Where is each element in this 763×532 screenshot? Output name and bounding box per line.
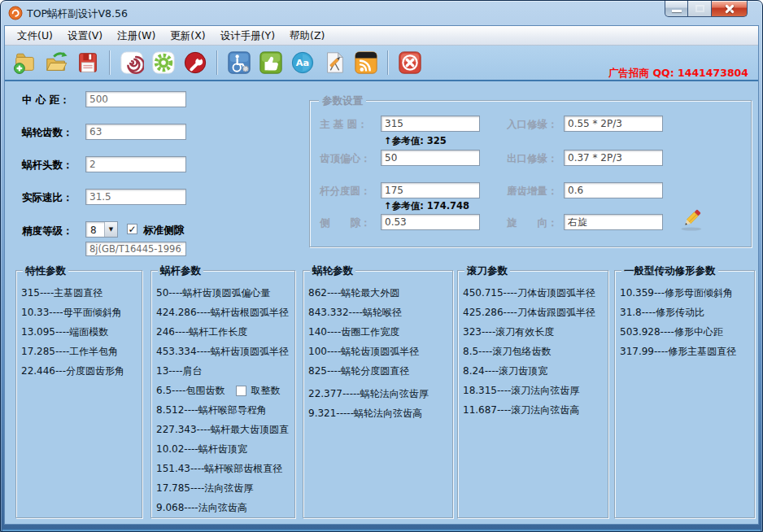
worm-starts-label: 蜗杆头数： (22, 159, 73, 172)
param-line: 8.24----滚刀齿顶宽 (463, 361, 605, 381)
thumbs-up-button[interactable] (258, 50, 284, 76)
param-line: 227.343----蜗杆最大齿顶圆直 (156, 420, 292, 439)
hob-params-panel: 滚刀参数 450.715----刀体齿顶圆弧半径 425.286----刀体齿跟… (457, 270, 608, 518)
pitch-circle-ref-value: ↑参考值: 174.748 (384, 200, 469, 212)
param-line: 10.33----母平面倾斜角 (21, 303, 139, 322)
wheel-params-title: 蜗轮参数 (310, 264, 355, 278)
toolbar-separator (216, 50, 218, 75)
entry-relief-label: 入口修缘： (507, 118, 558, 132)
maximize-icon (695, 5, 704, 12)
param-line-with-checkbox: 6.5----包围齿数 取整数 (156, 381, 292, 400)
worm-spiral-button[interactable] (119, 50, 145, 76)
param-line: 8.5----滚刀包络齿数 (463, 342, 605, 361)
worm-pitch-circle-label: 杆分度圆： (320, 185, 371, 198)
param-line: 323----滚刀有效长度 (463, 322, 605, 342)
edit-pencil-icon[interactable] (678, 203, 707, 233)
minimize-button[interactable] (665, 1, 688, 17)
save-icon (76, 50, 100, 75)
wheel-params-panel: 蜗轮参数 862----蜗轮最大外圆 843.332----蜗轮喉径 140--… (303, 270, 453, 518)
precision-grade-label: 精度等级： (22, 225, 73, 238)
menu-help[interactable]: 帮助(Z) (282, 27, 332, 45)
param-line: 13----肩台 (156, 361, 292, 381)
font-aa-icon: Aa (290, 50, 315, 75)
modification-params-panel: 一般型传动修形参数 10.359---修形母面倾斜角 31.8----修形传动比… (614, 270, 755, 518)
backlash-input[interactable] (381, 214, 480, 230)
actual-ratio-input[interactable] (85, 189, 186, 205)
tip-eccentricity-label: 齿顶偏心： (320, 152, 371, 166)
toolbar-separator (109, 50, 111, 75)
worm-pitch-circle-input[interactable] (381, 182, 480, 198)
maximize-button[interactable] (688, 1, 712, 17)
precision-grade-value: 8 (86, 222, 104, 237)
param-line: 9.068----法向弦齿高 (156, 498, 292, 517)
param-settings-group: 参数设置 主 基 圆： ↑参考值: 325 齿顶偏心： 杆分度圆： ↑参考值: … (309, 100, 752, 247)
param-line: 31.8----修形传动比 (620, 303, 752, 322)
close-button[interactable] (712, 1, 748, 17)
param-line: 18.315----滚刀法向弦齿厚 (463, 381, 605, 400)
param-line: 424.286----蜗杆齿根圆弧半径 (156, 303, 292, 322)
app-logo-icon (8, 6, 23, 20)
minimize-icon (672, 10, 682, 12)
param-line: 425.286----刀体齿跟圆弧半径 (463, 303, 605, 322)
exit-icon (398, 50, 422, 75)
rss-icon (354, 50, 378, 75)
grinding-increment-label: 磨齿增量： (507, 185, 558, 198)
main-base-circle-label: 主 基 圆： (320, 118, 368, 132)
gear-icon (151, 50, 176, 75)
menu-design-manual[interactable]: 设计手册(Y) (213, 27, 282, 45)
font-button[interactable]: Aa (290, 50, 316, 76)
param-line: 843.332----蜗轮喉径 (308, 303, 450, 322)
param-line: 151.43----蜗杆喉部齿根直径 (156, 459, 292, 478)
standard-backlash-label: 标准侧隙 (143, 224, 184, 238)
worm-params-panel: 蜗杆参数 50----蜗杆齿顶圆弧偏心量 424.286----蜗杆齿根圆弧半径… (150, 270, 295, 518)
wheel-teeth-input[interactable] (85, 124, 186, 140)
window-title: TOP蜗杆副设计V8.56 (27, 7, 128, 21)
param-line: 317.99----修形主基圆直径 (620, 342, 752, 361)
hand-direction-input[interactable] (564, 214, 663, 230)
ad-text: 广告招商 QQ: 1441473804 (608, 67, 748, 81)
standard-code-input[interactable] (85, 242, 186, 256)
window-controls (665, 1, 748, 17)
exit-relief-input[interactable] (564, 150, 663, 166)
param-line: 453.334----蜗杆齿顶圆弧半径 (156, 342, 292, 361)
param-line: 11.687----滚刀法向弦齿高 (463, 400, 605, 420)
thumbs-up-icon (259, 50, 283, 75)
menu-file[interactable]: 文件(U) (10, 27, 60, 45)
wrench-icon (183, 50, 207, 75)
client-area: 文件(U) 设置(V) 注册(W) 更新(X) 设计手册(Y) 帮助(Z) (4, 25, 759, 525)
grinding-increment-input[interactable] (564, 182, 663, 198)
param-line: 315----主基圆直径 (21, 283, 139, 303)
exit-button[interactable] (397, 50, 423, 76)
tools-wrench-button[interactable] (182, 50, 208, 76)
center-distance-input[interactable] (85, 91, 186, 107)
tip-eccentricity-input[interactable] (381, 150, 480, 166)
chevron-down-icon[interactable]: ▼ (104, 222, 117, 237)
main-base-circle-input[interactable] (381, 116, 480, 132)
draft-edit-button[interactable] (321, 50, 347, 76)
rss-button[interactable] (353, 50, 379, 76)
entry-relief-input[interactable] (564, 116, 663, 132)
param-settings-title: 参数设置 (319, 94, 366, 108)
round-to-integer-label: 取整数 (251, 384, 280, 398)
menu-settings[interactable]: 设置(V) (60, 27, 110, 45)
param-line: 246----蜗杆工作长度 (156, 322, 292, 342)
param-line: 450.715----刀体齿顶圆弧半径 (463, 283, 605, 303)
menu-register[interactable]: 注册(W) (110, 27, 163, 45)
open-file-button[interactable] (43, 50, 69, 76)
round-to-integer-checkbox[interactable] (236, 386, 246, 396)
param-line: 503.928----修形中心距 (620, 322, 752, 342)
precision-grade-combo[interactable]: 8 ▼ (85, 221, 118, 238)
param-line: 10.359---修形母面倾斜角 (620, 283, 752, 303)
menu-update[interactable]: 更新(X) (163, 27, 212, 45)
gear-settings-button[interactable] (150, 50, 177, 76)
title-bar[interactable]: TOP蜗杆副设计V8.56 (1, 1, 762, 25)
save-button[interactable] (75, 50, 101, 76)
standard-backlash-checkbox[interactable]: ✓ (127, 224, 137, 234)
exit-relief-label: 出口修缘： (507, 152, 558, 166)
new-file-button[interactable] (11, 50, 37, 76)
worm-starts-input[interactable] (85, 156, 186, 172)
param-line: 825----蜗轮分度圆直径 (308, 361, 450, 381)
param-line: 862----蜗轮最大外圆 (308, 283, 450, 303)
accessibility-button[interactable] (226, 50, 252, 76)
menu-bar: 文件(U) 设置(V) 注册(W) 更新(X) 设计手册(Y) 帮助(Z) (5, 26, 758, 46)
